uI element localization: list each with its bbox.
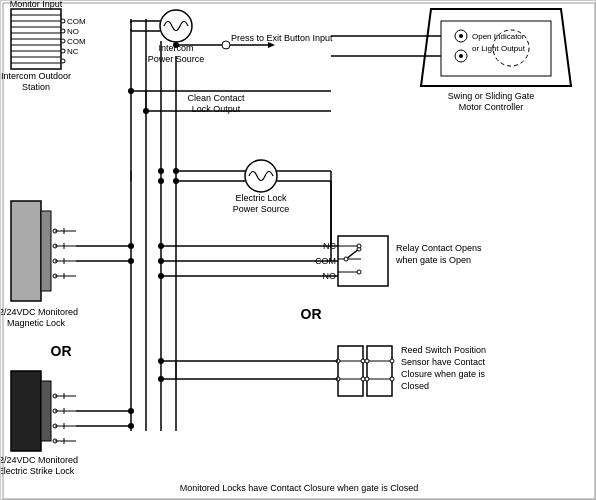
svg-rect-107 xyxy=(11,201,41,301)
svg-text:Magnetic Lock: Magnetic Lock xyxy=(7,318,66,328)
svg-rect-129 xyxy=(41,381,51,441)
svg-point-102 xyxy=(158,376,164,382)
svg-point-158 xyxy=(158,178,164,184)
svg-point-23 xyxy=(160,10,192,42)
svg-text:Press to Exit Button Input: Press to Exit Button Input xyxy=(231,33,333,43)
svg-text:Station: Station xyxy=(22,82,50,92)
svg-text:Electric Strike Lock: Electric Strike Lock xyxy=(1,466,75,476)
svg-text:Open Indicator: Open Indicator xyxy=(472,32,525,41)
svg-point-101 xyxy=(158,358,164,364)
svg-point-157 xyxy=(158,168,164,174)
svg-text:Swing or Sliding Gate: Swing or Sliding Gate xyxy=(448,91,535,101)
svg-text:Motor Controller: Motor Controller xyxy=(459,102,524,112)
svg-point-92 xyxy=(361,359,365,363)
wiring-diagram: Monitor Input COM NO COM NC Intercom Out… xyxy=(0,0,596,500)
svg-point-81 xyxy=(158,273,164,279)
svg-point-56 xyxy=(459,54,463,58)
svg-text:NC: NC xyxy=(67,47,79,56)
svg-point-72 xyxy=(344,257,348,261)
svg-text:Monitored Locks have Contact C: Monitored Locks have Contact Closure whe… xyxy=(180,483,419,493)
svg-point-16 xyxy=(61,59,65,63)
svg-text:OR: OR xyxy=(301,306,322,322)
svg-text:COM: COM xyxy=(67,17,86,26)
svg-point-13 xyxy=(61,29,65,33)
svg-rect-108 xyxy=(41,211,51,291)
svg-text:when gate is Open: when gate is Open xyxy=(395,255,471,265)
svg-text:Monitor Input: Monitor Input xyxy=(10,1,63,9)
svg-text:12/24VDC Monitored: 12/24VDC Monitored xyxy=(1,455,78,465)
svg-point-126 xyxy=(128,258,134,264)
svg-point-74 xyxy=(357,244,361,248)
svg-point-94 xyxy=(390,359,394,363)
svg-point-48 xyxy=(173,168,179,174)
svg-point-146 xyxy=(128,408,134,414)
svg-rect-86 xyxy=(367,346,392,396)
svg-text:or Light Output: or Light Output xyxy=(472,44,526,53)
svg-text:Clean Contact: Clean Contact xyxy=(187,93,245,103)
svg-rect-85 xyxy=(338,346,363,396)
svg-text:12/24VDC Monitored: 12/24VDC Monitored xyxy=(1,307,78,317)
svg-text:NO: NO xyxy=(67,27,79,36)
svg-text:Intercom Outdoor: Intercom Outdoor xyxy=(1,71,71,81)
svg-point-147 xyxy=(128,423,134,429)
svg-point-93 xyxy=(365,359,369,363)
svg-point-96 xyxy=(361,377,365,381)
svg-text:Sensor have Contact: Sensor have Contact xyxy=(401,357,486,367)
svg-point-97 xyxy=(365,377,369,381)
svg-point-79 xyxy=(158,243,164,249)
svg-text:Closed: Closed xyxy=(401,381,429,391)
svg-text:Closure when gate is: Closure when gate is xyxy=(401,369,486,379)
svg-point-43 xyxy=(245,160,277,192)
svg-text:OR: OR xyxy=(51,343,72,359)
svg-point-14 xyxy=(61,39,65,43)
svg-point-98 xyxy=(390,377,394,381)
svg-text:Relay Contact Opens: Relay Contact Opens xyxy=(396,243,482,253)
svg-text:Reed Switch Position: Reed Switch Position xyxy=(401,345,486,355)
svg-rect-128 xyxy=(11,371,41,451)
svg-point-12 xyxy=(61,19,65,23)
svg-point-49 xyxy=(173,178,179,184)
svg-text:Power Source: Power Source xyxy=(233,204,290,214)
svg-point-54 xyxy=(459,34,463,38)
svg-text:COM: COM xyxy=(67,37,86,46)
svg-point-75 xyxy=(357,270,361,274)
svg-text:Electric Lock: Electric Lock xyxy=(235,193,287,203)
svg-point-80 xyxy=(158,258,164,264)
svg-point-50 xyxy=(128,88,134,94)
svg-point-34 xyxy=(222,41,230,49)
svg-point-156 xyxy=(173,42,179,48)
svg-text:Lock Output: Lock Output xyxy=(192,104,241,114)
svg-point-15 xyxy=(61,49,65,53)
svg-point-125 xyxy=(128,243,134,249)
